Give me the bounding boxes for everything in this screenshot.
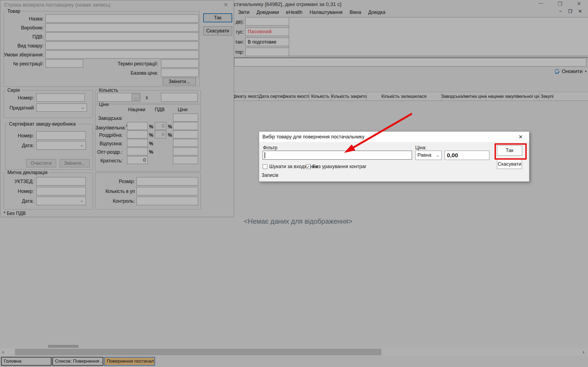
filter-label: Фільтр — [263, 145, 277, 151]
product-select-modal: Вибір товару для повернення постачальник… — [259, 131, 529, 182]
price-label: Ціна: — [415, 145, 426, 151]
modal-cancel-button[interactable]: Скасувати — [497, 159, 522, 169]
screen: стачальнику [64982], дані отримані за 0,… — [0, 0, 588, 367]
modal-title-bar[interactable]: Вибір товару для повернення постачальник… — [259, 132, 529, 142]
close-icon[interactable]: ✕ — [519, 134, 523, 140]
modal-title: Вибір товару для повернення постачальник… — [262, 134, 365, 140]
checkbox-checked-icon[interactable]: ✓ — [306, 164, 311, 169]
price-value-input[interactable]: 0,00 — [444, 151, 489, 160]
price-operator-select[interactable]: Равна ⌄ — [415, 151, 442, 160]
text-cursor — [265, 152, 265, 158]
filter-input[interactable] — [263, 151, 412, 160]
checkbox-unchecked-icon[interactable] — [263, 164, 267, 169]
modal-dim-overlay — [0, 0, 588, 367]
ok-button-highlight-box — [495, 143, 527, 160]
chevron-down-icon: ⌄ — [436, 153, 440, 158]
records-count-label: Записів — [262, 172, 278, 178]
ignore-contractor-checkbox[interactable]: ✓ Без урахування контраг — [306, 164, 366, 169]
